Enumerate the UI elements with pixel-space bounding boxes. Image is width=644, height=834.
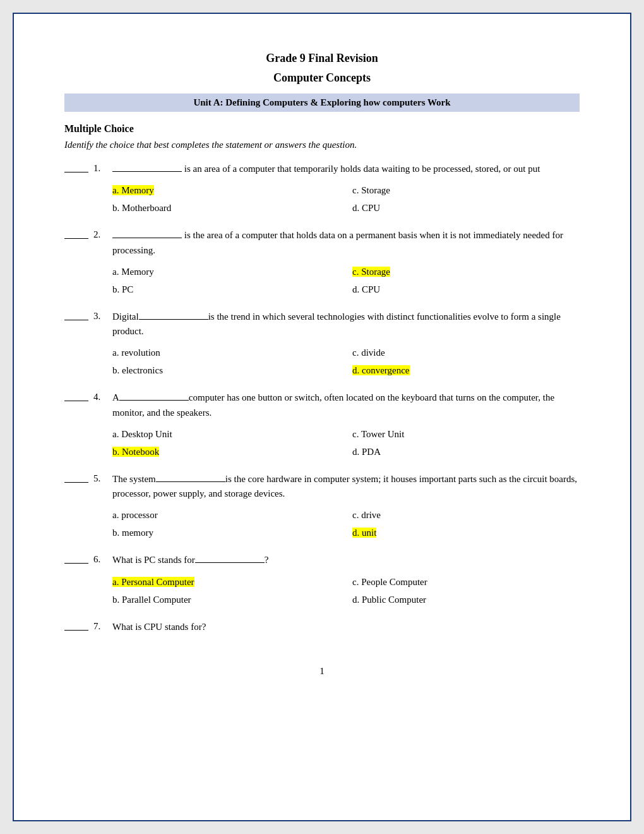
option-text: PC xyxy=(122,284,133,294)
option-letter: a. xyxy=(112,267,121,277)
option-letter: b. xyxy=(112,284,122,294)
option-text: Motherboard xyxy=(122,203,171,213)
question-content-2: is the area of a computer that holds dat… xyxy=(112,228,580,297)
question-text-3: Digitalis the trend in which several tec… xyxy=(112,310,580,339)
option-letter: c. xyxy=(352,429,361,439)
options-grid-5: a. processorc. driveb. memoryd. unit xyxy=(112,507,580,540)
option-letter: a. xyxy=(112,185,121,195)
answer-blank-3 xyxy=(64,320,88,320)
option-text: Personal Computer xyxy=(121,577,194,587)
option-text: revolution xyxy=(121,348,160,358)
answer-blank-6 xyxy=(64,563,88,564)
question-content-3: Digitalis the trend in which several tec… xyxy=(112,310,580,378)
section-heading: Multiple Choice xyxy=(64,123,580,135)
option-text: Memory xyxy=(121,267,154,277)
options-grid-1: a. Memoryc. Storageb. Motherboardd. CPU xyxy=(112,183,580,215)
option-6-c: c. People Computer xyxy=(352,574,580,589)
option-1-c: c. Storage xyxy=(352,183,580,198)
unit-bar: Unit A: Defining Computers & Exploring h… xyxy=(64,94,580,112)
option-1-b: b. Motherboard xyxy=(112,200,340,215)
question-text-7: What is CPU stands for? xyxy=(112,620,580,634)
option-text: Memory xyxy=(121,185,154,195)
option-text: unit xyxy=(362,528,376,538)
option-letter: d. xyxy=(352,528,362,538)
option-letter: d. xyxy=(352,447,362,457)
option-letter: d. xyxy=(352,365,362,375)
question-text-5: The systemis the core hardware in comput… xyxy=(112,472,580,502)
option-4-b: b. Notebook xyxy=(112,444,340,459)
option-text: People Computer xyxy=(361,577,427,587)
question-block-5: 5.The systemis the core hardware in comp… xyxy=(64,472,580,541)
question-block-3: 3.Digitalis the trend in which several t… xyxy=(64,310,580,378)
answer-blank-2 xyxy=(64,238,88,239)
options-grid-3: a. revolutionc. divideb. electronicsd. c… xyxy=(112,345,580,378)
option-text: Storage xyxy=(361,185,390,195)
option-text: memory xyxy=(122,528,153,538)
option-text: processor xyxy=(121,510,157,520)
option-6-a: a. Personal Computer xyxy=(112,574,340,589)
option-2-d: d. CPU xyxy=(352,282,580,297)
option-3-b: b. electronics xyxy=(112,363,340,378)
option-letter: b. xyxy=(112,528,122,538)
question-block-1: 1. is an area of a computer that tempora… xyxy=(64,162,580,215)
option-text: Parallel Computer xyxy=(122,595,191,605)
option-3-d: d. convergence xyxy=(352,363,580,378)
option-text: Desktop Unit xyxy=(121,429,172,439)
option-letter: c. xyxy=(352,348,361,358)
option-letter: a. xyxy=(112,429,121,439)
option-letter: c. xyxy=(352,510,361,520)
question-text-1: is an area of a computer that temporaril… xyxy=(112,162,580,176)
question-number-7: 7. xyxy=(93,620,112,632)
option-5-a: a. processor xyxy=(112,507,340,523)
question-number-1: 1. xyxy=(93,162,112,174)
option-letter: c. xyxy=(352,267,361,277)
option-text: CPU xyxy=(362,203,380,213)
option-text: Storage xyxy=(361,267,390,277)
option-text: convergence xyxy=(362,365,410,375)
option-4-c: c. Tower Unit xyxy=(352,426,580,442)
question-text-4: Acomputer has one button or switch, ofte… xyxy=(112,390,580,420)
options-grid-2: a. Memoryc. Storageb. PCd. CPU xyxy=(112,264,580,297)
options-grid-4: a. Desktop Unitc. Tower Unitb. Notebookd… xyxy=(112,426,580,459)
question-number-5: 5. xyxy=(93,472,112,484)
option-letter: b. xyxy=(112,447,122,457)
option-letter: b. xyxy=(112,365,122,375)
option-1-d: d. CPU xyxy=(352,200,580,215)
option-text: Notebook xyxy=(122,447,159,457)
instruction: Identify the choice that best completes … xyxy=(64,140,580,150)
option-2-c: c. Storage xyxy=(352,264,580,279)
question-number-6: 6. xyxy=(93,553,112,565)
option-letter: b. xyxy=(112,203,122,213)
page: Grade 9 Final Revision Computer Concepts… xyxy=(13,13,631,821)
question-content-4: Acomputer has one button or switch, ofte… xyxy=(112,390,580,459)
question-content-7: What is CPU stands for? xyxy=(112,620,580,641)
option-letter: a. xyxy=(112,577,121,587)
answer-blank-4 xyxy=(64,401,88,401)
option-text: divide xyxy=(361,348,385,358)
title-sub: Computer Concepts xyxy=(64,71,580,85)
option-1-a: a. Memory xyxy=(112,183,340,198)
option-2-a: a. Memory xyxy=(112,264,340,279)
option-letter: c. xyxy=(352,185,361,195)
inline-blank-2 xyxy=(112,238,182,238)
option-4-a: a. Desktop Unit xyxy=(112,426,340,442)
question-block-7: 7.What is CPU stands for? xyxy=(64,620,580,641)
option-5-d: d. unit xyxy=(352,525,580,540)
question-content-6: What is PC stands for?a. Personal Comput… xyxy=(112,553,580,607)
option-letter: d. xyxy=(352,595,362,605)
question-content-5: The systemis the core hardware in comput… xyxy=(112,472,580,541)
options-grid-6: a. Personal Computerc. People Computerb.… xyxy=(112,574,580,607)
option-6-b: b. Parallel Computer xyxy=(112,592,340,607)
question-number-3: 3. xyxy=(93,310,112,322)
inline-blank-3 xyxy=(139,319,208,320)
questions-list: 1. is an area of a computer that tempora… xyxy=(64,162,580,641)
answer-blank-5 xyxy=(64,482,88,483)
question-block-6: 6.What is PC stands for?a. Personal Comp… xyxy=(64,553,580,607)
title-main: Grade 9 Final Revision xyxy=(64,52,580,65)
inline-blank-1 xyxy=(112,171,182,172)
option-text: electronics xyxy=(122,365,163,375)
option-2-b: b. PC xyxy=(112,282,340,297)
option-3-a: a. revolution xyxy=(112,345,340,360)
option-5-b: b. memory xyxy=(112,525,340,540)
question-text-6: What is PC stands for? xyxy=(112,553,580,567)
